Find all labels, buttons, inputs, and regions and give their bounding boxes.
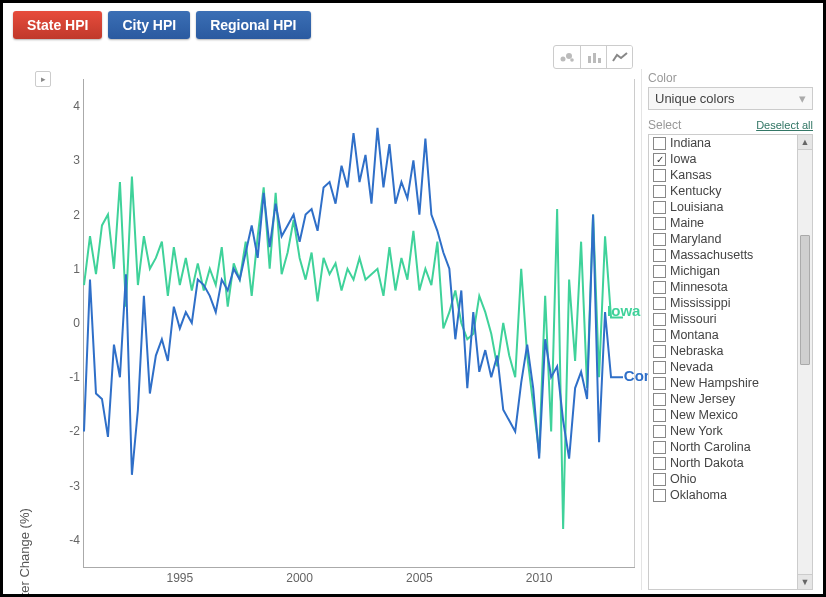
chart-plot-area[interactable]: -4-3-2-1012341995200020052010IowaConnect… — [83, 79, 635, 568]
tab-regional-hpi[interactable]: Regional HPI — [196, 11, 310, 39]
state-item-iowa[interactable]: ✓Iowa — [649, 151, 812, 167]
state-label: Indiana — [670, 136, 711, 150]
state-label: Kansas — [670, 168, 712, 182]
state-checkbox[interactable] — [653, 217, 666, 230]
state-item-louisiana[interactable]: Louisiana — [649, 199, 812, 215]
state-label: Nebraska — [670, 344, 724, 358]
play-button[interactable]: ▸ — [35, 71, 51, 87]
state-item-new-jersey[interactable]: New Jersey — [649, 391, 812, 407]
state-checkbox[interactable] — [653, 345, 666, 358]
x-tick: 1995 — [166, 571, 193, 585]
svg-rect-3 — [588, 56, 591, 63]
state-checkbox[interactable] — [653, 473, 666, 486]
state-checkbox[interactable] — [653, 425, 666, 438]
x-tick: 2000 — [286, 571, 313, 585]
y-tick: 0 — [56, 316, 80, 330]
state-item-massachusetts[interactable]: Massachusetts — [649, 247, 812, 263]
svg-rect-5 — [598, 58, 601, 63]
state-item-kentucky[interactable]: Kentucky — [649, 183, 812, 199]
state-label: Maryland — [670, 232, 721, 246]
state-label: Ohio — [670, 472, 696, 486]
state-checkbox[interactable] — [653, 169, 666, 182]
state-checkbox[interactable] — [653, 457, 666, 470]
state-item-maryland[interactable]: Maryland — [649, 231, 812, 247]
state-checkbox[interactable] — [653, 489, 666, 502]
chevron-down-icon: ▾ — [799, 91, 806, 106]
state-label: New Jersey — [670, 392, 735, 406]
bubble-chart-icon[interactable] — [554, 46, 580, 68]
state-checkbox[interactable] — [653, 249, 666, 262]
x-tick: 2005 — [406, 571, 433, 585]
state-checkbox[interactable] — [653, 297, 666, 310]
state-label: Nevada — [670, 360, 713, 374]
state-checkbox[interactable] — [653, 441, 666, 454]
state-checkbox[interactable] — [653, 313, 666, 326]
state-label: Minnesota — [670, 280, 728, 294]
scroll-down-icon[interactable]: ▼ — [798, 574, 812, 589]
svg-point-1 — [566, 53, 572, 59]
state-label: Oklahoma — [670, 488, 727, 502]
state-list-scrollbar[interactable]: ▲ ▼ — [797, 135, 812, 589]
state-label: Maine — [670, 216, 704, 230]
series-label-iowa: Iowa — [607, 302, 640, 319]
series-connecticut — [84, 128, 623, 475]
state-item-montana[interactable]: Montana — [649, 327, 812, 343]
state-item-north-carolina[interactable]: North Carolina — [649, 439, 812, 455]
tab-city-hpi[interactable]: City HPI — [108, 11, 190, 39]
state-item-new-mexico[interactable]: New Mexico — [649, 407, 812, 423]
state-label: Kentucky — [670, 184, 721, 198]
state-label: New York — [670, 424, 723, 438]
state-checkbox[interactable] — [653, 201, 666, 214]
state-label: Massachusetts — [670, 248, 753, 262]
state-item-new-hampshire[interactable]: New Hampshire — [649, 375, 812, 391]
bar-chart-icon[interactable] — [580, 46, 606, 68]
state-item-kansas[interactable]: Kansas — [649, 167, 812, 183]
state-checkbox[interactable] — [653, 361, 666, 374]
state-checkbox[interactable] — [653, 233, 666, 246]
state-item-north-dakota[interactable]: North Dakota — [649, 455, 812, 471]
state-item-missouri[interactable]: Missouri — [649, 311, 812, 327]
state-item-oklahoma[interactable]: Oklahoma — [649, 487, 812, 503]
state-checkbox[interactable]: ✓ — [653, 153, 666, 166]
scroll-thumb[interactable] — [800, 235, 810, 365]
state-item-minnesota[interactable]: Minnesota — [649, 279, 812, 295]
state-list: Indiana✓IowaKansasKentuckyLouisianaMaine… — [648, 134, 813, 590]
state-label: Louisiana — [670, 200, 724, 214]
state-label: Missouri — [670, 312, 717, 326]
state-item-new-york[interactable]: New York — [649, 423, 812, 439]
state-label: Mississippi — [670, 296, 730, 310]
state-item-michigan[interactable]: Michigan — [649, 263, 812, 279]
state-item-nevada[interactable]: Nevada — [649, 359, 812, 375]
state-checkbox[interactable] — [653, 377, 666, 390]
state-item-maine[interactable]: Maine — [649, 215, 812, 231]
y-tick: -2 — [56, 424, 80, 438]
select-label: Select — [648, 118, 681, 132]
svg-rect-4 — [593, 53, 596, 63]
chart-type-toolbar — [13, 45, 633, 69]
scroll-up-icon[interactable]: ▲ — [798, 135, 812, 150]
y-tick: 4 — [56, 99, 80, 113]
color-select-value: Unique colors — [655, 91, 735, 106]
state-item-mississippi[interactable]: Mississippi — [649, 295, 812, 311]
line-chart-icon[interactable] — [606, 46, 632, 68]
app-frame: State HPI City HPI Regional HPI 1-Quarte… — [0, 0, 826, 597]
state-checkbox[interactable] — [653, 329, 666, 342]
state-item-nebraska[interactable]: Nebraska — [649, 343, 812, 359]
y-tick: 2 — [56, 208, 80, 222]
y-axis-label: 1-Quarter Change (%) — [17, 508, 32, 597]
state-label: North Carolina — [670, 440, 751, 454]
tab-state-hpi[interactable]: State HPI — [13, 11, 102, 39]
x-tick: 2010 — [526, 571, 553, 585]
y-tick: 1 — [56, 262, 80, 276]
state-label: Michigan — [670, 264, 720, 278]
state-checkbox[interactable] — [653, 137, 666, 150]
state-item-indiana[interactable]: Indiana — [649, 135, 812, 151]
state-item-ohio[interactable]: Ohio — [649, 471, 812, 487]
state-checkbox[interactable] — [653, 393, 666, 406]
state-checkbox[interactable] — [653, 185, 666, 198]
state-checkbox[interactable] — [653, 265, 666, 278]
state-checkbox[interactable] — [653, 281, 666, 294]
state-checkbox[interactable] — [653, 409, 666, 422]
deselect-all-link[interactable]: Deselect all — [756, 119, 813, 131]
color-select[interactable]: Unique colors ▾ — [648, 87, 813, 110]
